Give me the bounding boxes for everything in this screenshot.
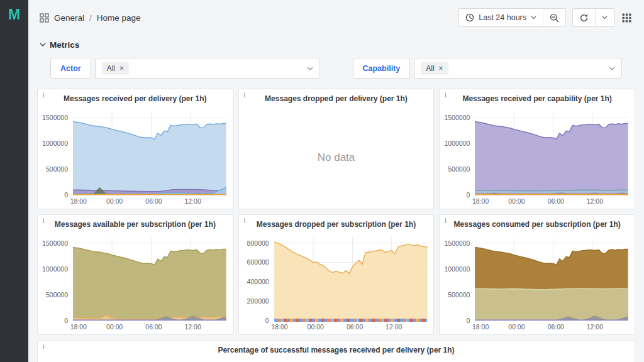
chevron-down-icon (531, 16, 536, 19)
apps-grid-icon (40, 13, 49, 23)
y-axis-label: 800000 (247, 239, 269, 247)
panel-info-icon[interactable]: i (244, 91, 245, 99)
y-axis-label: 0 (466, 191, 470, 199)
x-axis-label: 06:00 (145, 197, 162, 205)
series-available-total (73, 248, 226, 321)
time-range-picker[interactable]: Last 24 hours (459, 9, 543, 26)
y-axis-label: 500000 (46, 165, 68, 173)
x-axis: 18:0000:0006:0012:00 (73, 196, 226, 209)
main-content: General / Home page Last 24 hours (28, 0, 644, 362)
y-axis: 150000010000005000000 (42, 238, 73, 321)
panel-title[interactable]: Percentage of successful messages receiv… (38, 341, 635, 358)
dashboard-panel-grid: i Messages received per delivery (per 1h… (37, 89, 635, 362)
panel-info-icon[interactable]: i (43, 217, 44, 224)
panel-title[interactable]: Messages received per capability (per 1h… (440, 89, 635, 107)
capability-filter-select[interactable]: All × (414, 58, 622, 79)
y-axis-label: 500000 (448, 165, 470, 173)
chart-plot-area[interactable] (274, 238, 428, 321)
breadcrumb: General / Home page (40, 13, 141, 23)
x-axis-label: 00:00 (508, 323, 525, 331)
x-axis-label: 12:00 (587, 323, 603, 331)
chart-plot-area[interactable] (475, 238, 628, 321)
y-axis-label: 1500000 (42, 114, 68, 121)
panel-title[interactable]: Messages received per delivery (per 1h) (38, 89, 233, 107)
chart-plot-area[interactable] (475, 112, 628, 195)
y-axis-label: 0 (64, 317, 68, 324)
panel-title[interactable]: Messages consumed per subscription (per … (440, 215, 635, 233)
panel-info-icon[interactable]: i (43, 91, 44, 99)
clock-icon (465, 13, 474, 22)
panel-title[interactable]: Messages dropped per subscription (per 1… (239, 215, 434, 233)
panel-messages-dropped-per-subscription: i Messages dropped per subscription (per… (238, 214, 435, 335)
chart-svg (73, 238, 226, 321)
actor-filter-label[interactable]: Actor (50, 58, 91, 79)
x-axis-label: 18:00 (472, 323, 489, 331)
capability-filter-label[interactable]: Capability (353, 58, 411, 79)
chart-svg (475, 238, 628, 321)
panel-messages-dropped-per-delivery: i Messages dropped per delivery (per 1h)… (238, 89, 435, 209)
y-axis-label: 500000 (46, 291, 68, 299)
x-axis-label: 18:00 (472, 197, 489, 205)
x-axis-label: 00:00 (508, 197, 525, 205)
panel-info-icon[interactable]: i (244, 217, 245, 224)
x-axis-label: 00:00 (106, 197, 123, 205)
y-axis-label: 400000 (247, 278, 269, 285)
actor-filter-select[interactable]: All × (95, 58, 320, 79)
series-layer-khaki (475, 288, 628, 321)
series-band-purple (475, 320, 628, 321)
chart-svg (274, 238, 428, 321)
app-logo[interactable]: M (8, 8, 20, 362)
panel-info-icon[interactable]: i (445, 217, 446, 224)
panel-percentage-successful-messages: i Percentage of successful messages rece… (37, 340, 635, 362)
zoom-out-button[interactable] (543, 9, 565, 26)
panel-title[interactable]: Messages available per subscription (per… (38, 215, 233, 233)
refresh-interval-button[interactable] (595, 9, 614, 26)
series-received-total (475, 122, 628, 195)
x-axis-label: 12:00 (184, 323, 201, 331)
metrics-section-header[interactable]: Metrics (37, 35, 635, 54)
refresh-icon (579, 13, 589, 23)
chart-svg (475, 112, 628, 195)
remove-filter-icon[interactable]: × (119, 65, 124, 72)
breadcrumb-section[interactable]: General (54, 13, 84, 23)
panel-messages-received-per-capability: i Messages received per capability (per … (439, 89, 635, 209)
y-axis-label: 0 (466, 317, 470, 324)
y-axis-label: 0 (265, 317, 269, 324)
panel-messages-received-per-delivery: i Messages received per delivery (per 1h… (37, 89, 233, 209)
chevron-down-icon (307, 67, 313, 70)
breadcrumb-separator: / (89, 13, 92, 23)
series-band-purple (73, 320, 226, 321)
x-axis: 18:0000:0006:0012:00 (475, 322, 628, 334)
panel-title[interactable]: Messages dropped per delivery (per 1h) (239, 89, 434, 107)
refresh-group (572, 8, 614, 27)
panel-info-icon[interactable]: i (445, 91, 446, 99)
actor-filter: Actor All × (50, 58, 320, 79)
x-axis-label: 12:00 (386, 323, 402, 331)
chart-plot-area[interactable] (73, 238, 226, 321)
filter-chip-value: All (426, 64, 434, 73)
no-data-message: No data (239, 151, 434, 164)
chevron-down-icon (602, 16, 608, 19)
x-axis: 18:0000:0006:0012:00 (475, 196, 628, 209)
capability-filter: Capability All × (353, 58, 623, 79)
panel-info-icon[interactable]: i (43, 343, 44, 350)
y-axis-label: 600000 (247, 258, 269, 266)
x-axis-label: 12:00 (184, 197, 201, 205)
grid-menu-icon (622, 13, 631, 23)
y-axis-label: 1500000 (444, 114, 470, 121)
remove-filter-icon[interactable]: × (439, 65, 443, 72)
y-axis-label: 1000000 (444, 140, 470, 147)
chevron-down-icon (609, 67, 615, 70)
refresh-button[interactable] (573, 9, 595, 26)
chart-plot-area[interactable] (73, 112, 226, 195)
x-axis-label: 06:00 (548, 323, 564, 331)
x-axis: 18:0000:0006:0012:00 (73, 322, 226, 334)
time-range-label: Last 24 hours (479, 13, 526, 22)
y-axis-label: 0 (64, 191, 68, 199)
breadcrumb-page[interactable]: Home page (97, 13, 141, 23)
top-bar-controls: Last 24 hours (458, 8, 633, 27)
x-axis: 18:0000:0006:0012:00 (274, 322, 428, 334)
left-rail: M (0, 0, 28, 362)
x-axis-label: 00:00 (106, 323, 123, 331)
grid-menu-button[interactable] (621, 11, 633, 25)
